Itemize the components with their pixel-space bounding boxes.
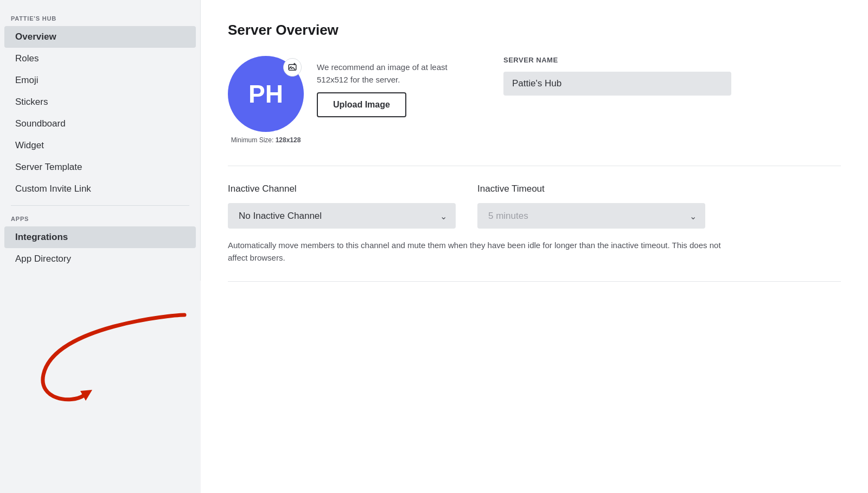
sidebar-item-widget[interactable]: Widget <box>4 135 196 156</box>
sidebar-item-label-emoji: Emoji <box>15 75 39 86</box>
page-title: Server Overview <box>228 22 841 39</box>
inactive-timeout-label: Inactive Timeout <box>477 184 705 194</box>
sidebar-item-roles[interactable]: Roles <box>4 48 196 69</box>
sidebar-item-app-directory[interactable]: App Directory <box>4 248 196 270</box>
upload-icon-button[interactable] <box>283 58 302 77</box>
image-plus-icon <box>288 62 297 72</box>
server-icon-section: PH Minimum Size: 128x128 We recommend an… <box>228 56 841 144</box>
inactive-description: Automatically move members to this chann… <box>228 239 738 264</box>
upload-description: We recommend an image of at least 512x51… <box>317 61 458 86</box>
sidebar-item-custom-invite-link[interactable]: Custom Invite Link <box>4 178 196 200</box>
svg-marker-0 <box>80 390 92 401</box>
sidebar-item-label-stickers: Stickers <box>15 97 48 108</box>
bottom-divider <box>228 281 841 282</box>
section-label: PATTIE'S HUB <box>0 15 200 26</box>
sidebar-item-integrations[interactable]: Integrations <box>4 226 196 248</box>
inactive-section: Inactive Channel No Inactive Channel ⌄ I… <box>228 184 841 229</box>
inactive-timeout-select-wrapper: 5 minutes ⌄ <box>477 203 705 229</box>
sidebar-item-label-roles: Roles <box>15 53 39 64</box>
arrow-annotation <box>0 309 206 418</box>
inactive-timeout-select[interactable]: 5 minutes <box>477 203 705 229</box>
sidebar-item-label-overview: Overview <box>15 31 56 42</box>
sidebar-item-label-server-template: Server Template <box>15 162 82 173</box>
sidebar-item-label-soundboard: Soundboard <box>15 118 66 129</box>
apps-section-label: APPS <box>0 211 200 226</box>
server-icon-initials: PH <box>248 79 283 109</box>
sidebar-item-stickers[interactable]: Stickers <box>4 91 196 113</box>
sidebar-item-server-template[interactable]: Server Template <box>4 156 196 178</box>
upload-section: We recommend an image of at least 512x51… <box>317 56 458 117</box>
inactive-channel-select-wrapper: No Inactive Channel ⌄ <box>228 203 456 229</box>
inactive-channel-field: Inactive Channel No Inactive Channel ⌄ <box>228 184 456 229</box>
min-size-text: Minimum Size: 128x128 <box>231 136 301 144</box>
upload-image-button[interactable]: Upload Image <box>317 92 406 117</box>
sidebar-item-soundboard[interactable]: Soundboard <box>4 113 196 135</box>
main-content: Server Overview PH Minimum Size: 128x128 <box>201 0 868 493</box>
section-divider-1 <box>228 166 841 166</box>
sidebar-item-emoji[interactable]: Emoji <box>4 69 196 91</box>
server-name-label: SERVER NAME <box>503 56 731 64</box>
sidebar-item-label-custom-invite-link: Custom Invite Link <box>15 184 91 194</box>
inactive-channel-select[interactable]: No Inactive Channel <box>228 203 456 229</box>
inactive-timeout-field: Inactive Timeout 5 minutes ⌄ <box>477 184 705 229</box>
sidebar-item-label-app-directory: App Directory <box>15 254 71 264</box>
server-icon-wrapper: PH Minimum Size: 128x128 <box>228 56 304 144</box>
inactive-channel-label: Inactive Channel <box>228 184 456 194</box>
sidebar-item-label-widget: Widget <box>15 140 44 151</box>
sidebar-item-label-integrations: Integrations <box>15 232 68 243</box>
sidebar-divider <box>11 205 189 206</box>
server-icon[interactable]: PH <box>228 56 304 132</box>
server-name-input[interactable] <box>503 72 731 96</box>
sidebar-item-overview[interactable]: Overview <box>4 26 196 48</box>
server-name-section: SERVER NAME <box>503 56 731 96</box>
